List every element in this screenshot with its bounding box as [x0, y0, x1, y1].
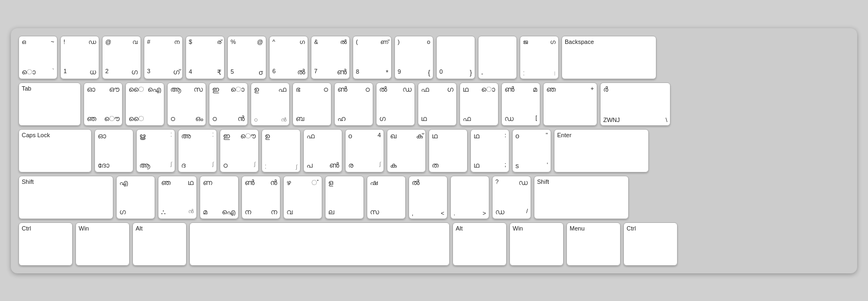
- key-i[interactable]: ൽഡ ഗ: [376, 82, 415, 126]
- key-a[interactable]: ഓ ദോ: [94, 129, 133, 172]
- key-v[interactable]: ൺൻ നന: [241, 176, 280, 219]
- key-left-win[interactable]: Win: [75, 222, 130, 266]
- key-right-alt[interactable]: Alt: [452, 222, 507, 266]
- key-left-ctrl[interactable]: Ctrl: [18, 222, 73, 266]
- key-right-win[interactable]: Win: [509, 222, 564, 266]
- key-y[interactable]: ഭഠ ബ: [292, 82, 331, 126]
- key-comma[interactable]: ൽ ,<: [409, 176, 448, 219]
- key-w[interactable]: ൈഐ ൈ: [125, 82, 164, 126]
- key-4[interactable]: $ര് 4₹: [186, 36, 225, 79]
- row-tab: Tab ഓഔ ഞൌ ൈഐ ൈ ആസ ഠഒം ഇൊ ഠൻ: [18, 82, 850, 126]
- key-5[interactable]: %@ 5σ: [227, 36, 266, 79]
- key-tab[interactable]: Tab: [18, 82, 81, 126]
- row-caps: Caps Lock ഓ ദോ ൠ⁚ ആ∫ അ⁚ ദ∫ ഇൌ ഠ: [18, 129, 850, 172]
- key-p[interactable]: ഥൊ ഫ: [459, 82, 499, 126]
- key-caps-lock[interactable]: Caps Lock: [18, 129, 92, 172]
- key-1[interactable]: !ഡ 1ധ: [60, 36, 99, 79]
- row-numbers: ഒ~ ൊ` !ഡ 1ധ @വ 2ഗ #ന 3ഗ് $ര് 4₹: [18, 36, 850, 79]
- key-left-alt[interactable]: Alt: [132, 222, 187, 266]
- key-t[interactable]: ഉഫ ഠൻ: [251, 82, 290, 126]
- key-d[interactable]: അ⁚ ദ∫: [178, 129, 217, 172]
- key-j[interactable]: o4 ര∫: [345, 129, 384, 172]
- key-k[interactable]: ഖക് ക: [387, 129, 426, 172]
- key-u[interactable]: ൺഠ ഹ: [334, 82, 373, 126]
- key-bracket-left[interactable]: ൺമ ഡ[: [501, 82, 540, 126]
- key-left-shift[interactable]: Shift: [18, 176, 113, 219]
- key-backtick[interactable]: ഒ~ ൊ`: [18, 36, 58, 79]
- key-zwnj[interactable]: ർ ZWNJ\: [600, 82, 671, 126]
- row-shift: Shift എ ഗ ഞഥ ∴ൻ ണ മഐ ൺൻ നന: [18, 176, 850, 219]
- key-right-ctrl[interactable]: Ctrl: [623, 222, 678, 266]
- key-0[interactable]: 0}: [436, 36, 475, 79]
- key-menu[interactable]: Menu: [566, 222, 621, 266]
- key-enter[interactable]: Enter: [554, 129, 649, 172]
- key-e[interactable]: ആസ ഠഒം: [167, 82, 206, 126]
- key-o[interactable]: ഫഗ ഥ: [418, 82, 457, 126]
- key-m[interactable]: ഷ സ: [367, 176, 406, 219]
- key-l[interactable]: ഥ ത: [429, 129, 468, 172]
- key-z[interactable]: എ ഗ: [116, 176, 155, 219]
- key-semicolon[interactable]: ഥ: ഥ;: [470, 129, 509, 172]
- key-2[interactable]: @വ 2ഗ: [102, 36, 141, 79]
- key-9[interactable]: )o 9{: [394, 36, 433, 79]
- key-quote[interactable]: o" s': [512, 129, 551, 172]
- key-n[interactable]: ള ല: [325, 176, 364, 219]
- key-minus[interactable]: -: [478, 36, 517, 79]
- key-bracket-right[interactable]: ഞ+: [543, 82, 597, 126]
- key-right-shift[interactable]: Shift: [534, 176, 629, 219]
- key-f[interactable]: ഇൌ ഠ∫: [220, 129, 259, 172]
- key-x[interactable]: ഞഥ ∴ൻ: [158, 176, 197, 219]
- keyboard: ഒ~ ൊ` !ഡ 1ധ @വ 2ഗ #ന 3ഗ് $ര് 4₹: [11, 28, 857, 273]
- key-c[interactable]: ണ മഐ: [200, 176, 239, 219]
- key-h[interactable]: ഫ പൺ: [303, 129, 342, 172]
- key-7[interactable]: &ൽ 7ൺ: [311, 36, 350, 79]
- key-backspace[interactable]: Backspace: [561, 36, 656, 79]
- key-8[interactable]: (ണ് 8*: [353, 36, 392, 79]
- key-slash[interactable]: ?ഡ ഡ/: [492, 176, 531, 219]
- key-r[interactable]: ഇൊ ഠൻ: [209, 82, 248, 126]
- key-3[interactable]: #ന 3ഗ്: [144, 36, 183, 79]
- row-bottom: Ctrl Win Alt Alt: [18, 222, 850, 266]
- key-special-dots[interactable]: ജഗ ⁚⁝: [520, 36, 559, 79]
- key-b[interactable]: ഴൎ വ: [283, 176, 322, 219]
- key-g[interactable]: ഉ ⁚∫: [261, 129, 301, 172]
- key-period[interactable]: .>: [450, 176, 489, 219]
- key-q[interactable]: ഓഔ ഞൌ: [84, 82, 123, 126]
- key-6[interactable]: ^ഗ 6ൽ: [269, 36, 308, 79]
- key-space[interactable]: [189, 222, 450, 266]
- key-s[interactable]: ൠ⁚ ആ∫: [136, 129, 175, 172]
